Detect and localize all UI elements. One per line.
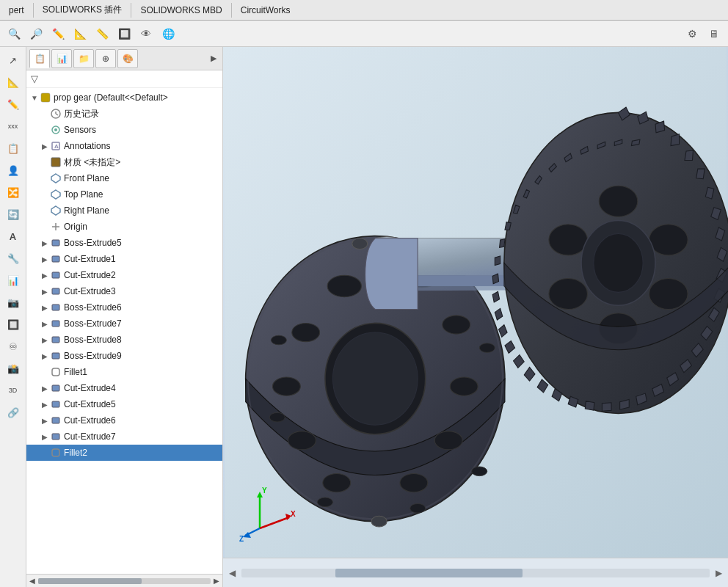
- expand-arrow-cut-extrude1[interactable]: ▶: [40, 255, 50, 263]
- link-tool[interactable]: 🔗: [3, 402, 23, 423]
- svg-point-39: [323, 473, 351, 492]
- loop-tool[interactable]: ♾: [3, 336, 23, 357]
- icon-sensors: [50, 124, 62, 136]
- menu-separator-2: [131, 3, 131, 18]
- text-tool[interactable]: A: [3, 226, 23, 247]
- svg-point-54: [649, 225, 688, 255]
- tree-item-boss-extrude9[interactable]: ▶Boss-Extrude9: [26, 348, 222, 364]
- dimension-icon[interactable]: 📏: [92, 24, 112, 43]
- expand-arrow-boss-extrude8[interactable]: ▶: [40, 336, 50, 344]
- expand-arrow-boss-extrude9[interactable]: ▶: [40, 352, 50, 360]
- viewport[interactable]: Y X Z ◀ ▶: [223, 47, 728, 587]
- tree-item-fillet2[interactable]: Fillet2: [26, 445, 222, 461]
- tree-item-sensors[interactable]: Sensors: [26, 122, 222, 138]
- person-tool[interactable]: 👤: [3, 160, 23, 181]
- tree-item-fillet1[interactable]: Fillet1: [26, 364, 222, 380]
- scroll-right-btn[interactable]: ▶: [716, 568, 722, 578]
- camera-tool[interactable]: 📷: [3, 292, 23, 313]
- expand-arrow-cut-extrude7[interactable]: ▶: [40, 433, 50, 441]
- tree-item-cut-extrude7[interactable]: ▶Cut-Extrude7: [26, 429, 222, 445]
- photo-tool[interactable]: 📸: [3, 358, 23, 379]
- tree-item-cut-extrude3[interactable]: ▶Cut-Extrude3: [26, 283, 222, 299]
- menu-item-circuitworks[interactable]: CircuitWorks: [235, 4, 296, 17]
- scroll-left-btn[interactable]: ◀: [229, 568, 236, 578]
- tree-item-origin[interactable]: Origin: [26, 219, 222, 235]
- tree-item-cut-extrude1[interactable]: ▶Cut-Extrude1: [26, 251, 222, 267]
- label-boss-extrude5: Boss-Extrude5: [64, 238, 122, 248]
- label-cut-extrude4: Cut-Extrude4: [64, 383, 116, 393]
- svg-rect-19: [52, 321, 59, 327]
- display-icon[interactable]: 🖥: [705, 24, 724, 43]
- sketch-tool[interactable]: 📐: [3, 72, 23, 92]
- tree-item-cut-extrude4[interactable]: ▶Cut-Extrude4: [26, 380, 222, 396]
- globe-icon[interactable]: 🌐: [159, 24, 178, 43]
- expand-arrow-boss-extrude6[interactable]: ▶: [40, 304, 50, 312]
- settings-icon[interactable]: ⚙: [682, 24, 702, 43]
- tree-item-right-plane[interactable]: Right Plane: [26, 203, 222, 219]
- icon-fillet1: [50, 366, 62, 378]
- view-icon[interactable]: 🔲: [114, 24, 134, 43]
- tree-tab-property[interactable]: 📊: [51, 49, 72, 68]
- select-tool[interactable]: ↗: [3, 50, 23, 70]
- edit-tool[interactable]: ✏️: [3, 94, 23, 114]
- expand-arrow-boss-extrude5[interactable]: ▶: [40, 239, 50, 247]
- text-xxx-tool[interactable]: xxx: [3, 116, 23, 136]
- svg-point-45: [472, 467, 487, 476]
- icon-boss-extrude8: [50, 334, 62, 346]
- scroll-right-arrow[interactable]: ▶: [214, 577, 219, 585]
- tree-item-material[interactable]: 材质 <未指定>: [26, 154, 222, 170]
- tree-item-top-plane[interactable]: Top Plane: [26, 186, 222, 203]
- transform-tool[interactable]: 🔀: [3, 182, 23, 203]
- svg-point-37: [288, 431, 316, 450]
- expand-arrow-cut-extrude6[interactable]: ▶: [40, 417, 50, 425]
- tree-tab-config[interactable]: 📁: [73, 49, 94, 68]
- tree-item-boss-extrude8[interactable]: ▶Boss-Extrude8: [26, 332, 222, 348]
- tree-item-front-plane[interactable]: Front Plane: [26, 170, 222, 186]
- expand-arrow-cut-extrude5[interactable]: ▶: [40, 401, 50, 409]
- tree-tab-more[interactable]: ▶: [208, 49, 219, 68]
- expand-arrow-boss-extrude7[interactable]: ▶: [40, 320, 50, 328]
- scroll-left-arrow[interactable]: ◀: [29, 577, 35, 585]
- label-cut-extrude7: Cut-Extrude7: [64, 431, 116, 442]
- tree-item-annotations[interactable]: ▶AAnnotations: [26, 138, 222, 154]
- tree-item-boss-extrude6[interactable]: ▶Boss-Extrude6: [26, 299, 222, 316]
- svg-point-35: [272, 377, 300, 395]
- zoom-out-icon[interactable]: 🔎: [26, 24, 46, 43]
- svg-rect-25: [52, 418, 59, 423]
- tree-item-boss-extrude7[interactable]: ▶Boss-Extrude7: [26, 316, 222, 332]
- tree-item-history[interactable]: 历史记录: [26, 106, 222, 122]
- expand-arrow-cut-extrude2[interactable]: ▶: [40, 271, 50, 280]
- tree-root-item[interactable]: ▼ prop gear (Default<<Default>: [26, 90, 222, 106]
- eye-icon[interactable]: 👁: [136, 24, 156, 43]
- horizontal-scrollbar[interactable]: [241, 569, 710, 577]
- menu-item-solidworks-mbd[interactable]: SOLIDWORKS MBD: [134, 4, 228, 17]
- rotate-tool[interactable]: 🔄: [3, 204, 23, 225]
- expand-arrow-cut-extrude3[interactable]: ▶: [40, 288, 50, 296]
- tree-item-cut-extrude5[interactable]: ▶Cut-Extrude5: [26, 396, 222, 412]
- measure-icon[interactable]: 📐: [70, 24, 90, 43]
- tree-item-cut-extrude6[interactable]: ▶Cut-Extrude6: [26, 412, 222, 429]
- tree-tab-model[interactable]: 📋: [29, 49, 50, 68]
- label-cut-extrude1: Cut-Extrude1: [64, 254, 116, 264]
- tree-tab-display[interactable]: ⊕: [95, 49, 116, 68]
- top-toolbar: 🔍 🔎 ✏️ 📐 📏 🔲 👁 🌐 ⚙ 🖥: [0, 21, 728, 47]
- tree-tab-appear[interactable]: 🎨: [117, 49, 138, 68]
- grid-tool[interactable]: 🔲: [3, 314, 23, 335]
- wrench-tool[interactable]: 🔧: [3, 248, 23, 269]
- menu-item-solidworks-plugin[interactable]: SOLIDWORKS 插件: [37, 2, 128, 18]
- chart-tool[interactable]: 📊: [3, 270, 23, 291]
- 3d-tool[interactable]: 3D: [3, 380, 23, 401]
- expand-arrow-annotations[interactable]: ▶: [40, 142, 50, 150]
- expand-arrow-cut-extrude4[interactable]: ▶: [40, 384, 50, 393]
- zoom-in-icon[interactable]: 🔍: [4, 24, 23, 43]
- icon-origin: [50, 221, 62, 233]
- sketch-icon[interactable]: ✏️: [48, 24, 68, 43]
- svg-point-60: [594, 233, 643, 292]
- tree-item-cut-extrude2[interactable]: ▶Cut-Extrude2: [26, 267, 222, 283]
- tree-item-boss-extrude5[interactable]: ▶Boss-Extrude5: [26, 235, 222, 251]
- filter-icon[interactable]: ▽: [31, 73, 38, 84]
- svg-marker-9: [51, 174, 60, 183]
- menu-item-pert[interactable]: pert: [3, 4, 30, 17]
- clipboard-tool[interactable]: 📋: [3, 138, 23, 158]
- root-expand-arrow[interactable]: ▼: [29, 94, 40, 102]
